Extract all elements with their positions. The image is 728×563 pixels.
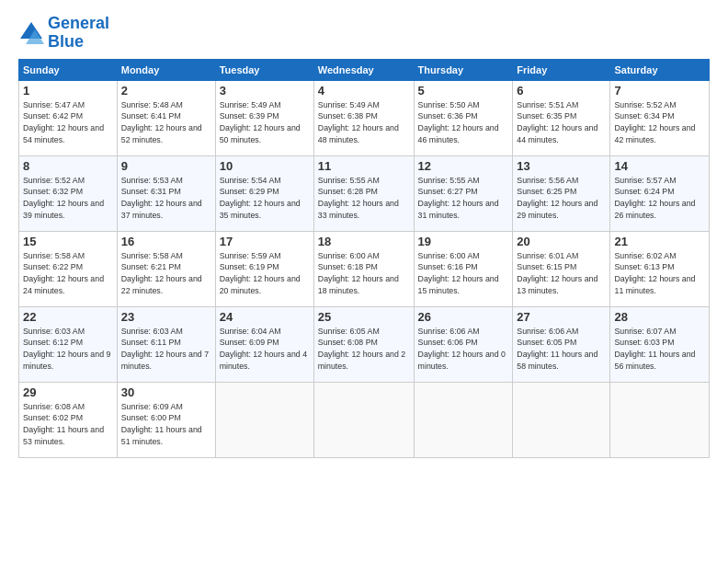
calendar-cell: 30 Sunrise: 6:09 AM Sunset: 6:00 PM Dayl…: [117, 382, 215, 457]
calendar-cell: 17 Sunrise: 5:59 AM Sunset: 6:19 PM Dayl…: [215, 231, 313, 306]
calendar-cell: 11 Sunrise: 5:55 AM Sunset: 6:28 PM Dayl…: [313, 155, 414, 231]
col-header-wednesday: Wednesday: [313, 59, 414, 80]
calendar-cell: 10 Sunrise: 5:54 AM Sunset: 6:29 PM Dayl…: [215, 155, 313, 231]
day-info: Sunrise: 5:59 AM Sunset: 6:19 PM Dayligh…: [220, 250, 310, 297]
calendar-cell: 28 Sunrise: 6:07 AM Sunset: 6:03 PM Dayl…: [610, 306, 710, 382]
day-number: 11: [318, 159, 410, 173]
day-info: Sunrise: 5:57 AM Sunset: 6:24 PM Dayligh…: [614, 175, 705, 222]
day-info: Sunrise: 5:48 AM Sunset: 6:41 PM Dayligh…: [121, 99, 211, 146]
day-info: Sunrise: 5:50 AM Sunset: 6:36 PM Dayligh…: [418, 99, 509, 146]
calendar-cell: 23 Sunrise: 6:03 AM Sunset: 6:11 PM Dayl…: [117, 306, 215, 382]
day-number: 1: [23, 84, 113, 98]
day-info: Sunrise: 5:49 AM Sunset: 6:39 PM Dayligh…: [220, 99, 310, 146]
day-info: Sunrise: 5:56 AM Sunset: 6:25 PM Dayligh…: [517, 175, 606, 222]
calendar-cell: 16 Sunrise: 5:58 AM Sunset: 6:21 PM Dayl…: [117, 231, 215, 306]
calendar-cell: 13 Sunrise: 5:56 AM Sunset: 6:25 PM Dayl…: [513, 155, 610, 231]
day-info: Sunrise: 6:03 AM Sunset: 6:11 PM Dayligh…: [121, 326, 211, 373]
week-row-3: 15 Sunrise: 5:58 AM Sunset: 6:22 PM Dayl…: [19, 231, 710, 306]
calendar-cell: 19 Sunrise: 6:00 AM Sunset: 6:16 PM Dayl…: [414, 231, 513, 306]
logo-text: General Blue: [48, 15, 109, 52]
calendar-cell: [513, 382, 610, 457]
day-number: 21: [614, 235, 705, 248]
day-number: 7: [614, 84, 705, 98]
calendar-cell: 5 Sunrise: 5:50 AM Sunset: 6:36 PM Dayli…: [414, 80, 513, 155]
day-number: 5: [418, 84, 509, 98]
calendar-cell: [610, 382, 710, 457]
day-info: Sunrise: 6:06 AM Sunset: 6:05 PM Dayligh…: [517, 326, 606, 373]
calendar-cell: 24 Sunrise: 6:04 AM Sunset: 6:09 PM Dayl…: [215, 306, 313, 382]
calendar-cell: [414, 382, 513, 457]
page: General Blue SundayMondayTuesdayWednesda…: [0, 0, 728, 563]
day-info: Sunrise: 6:00 AM Sunset: 6:18 PM Dayligh…: [318, 250, 410, 297]
calendar-cell: 22 Sunrise: 6:03 AM Sunset: 6:12 PM Dayl…: [19, 306, 118, 382]
day-info: Sunrise: 6:08 AM Sunset: 6:02 PM Dayligh…: [23, 401, 113, 448]
header-row: SundayMondayTuesdayWednesdayThursdayFrid…: [19, 59, 710, 80]
day-number: 6: [517, 84, 606, 98]
day-number: 23: [121, 310, 211, 324]
day-info: Sunrise: 5:51 AM Sunset: 6:35 PM Dayligh…: [517, 99, 606, 146]
col-header-saturday: Saturday: [610, 59, 710, 80]
calendar-cell: 26 Sunrise: 6:06 AM Sunset: 6:06 PM Dayl…: [414, 306, 513, 382]
day-info: Sunrise: 6:01 AM Sunset: 6:15 PM Dayligh…: [517, 250, 606, 297]
day-number: 14: [614, 159, 705, 173]
day-number: 27: [517, 310, 606, 324]
day-number: 12: [418, 159, 509, 173]
logo: General Blue: [18, 15, 109, 52]
day-info: Sunrise: 6:02 AM Sunset: 6:13 PM Dayligh…: [614, 250, 705, 297]
calendar-cell: 20 Sunrise: 6:01 AM Sunset: 6:15 PM Dayl…: [513, 231, 610, 306]
day-number: 10: [220, 159, 310, 173]
calendar-cell: 1 Sunrise: 5:47 AM Sunset: 6:42 PM Dayli…: [19, 80, 118, 155]
day-info: Sunrise: 5:47 AM Sunset: 6:42 PM Dayligh…: [23, 99, 113, 146]
day-info: Sunrise: 6:04 AM Sunset: 6:09 PM Dayligh…: [220, 326, 310, 373]
col-header-tuesday: Tuesday: [215, 59, 313, 80]
calendar-cell: 14 Sunrise: 5:57 AM Sunset: 6:24 PM Dayl…: [610, 155, 710, 231]
day-number: 17: [220, 235, 310, 248]
day-number: 13: [517, 159, 606, 173]
calendar-cell: 4 Sunrise: 5:49 AM Sunset: 6:38 PM Dayli…: [313, 80, 414, 155]
day-number: 9: [121, 159, 211, 173]
day-number: 28: [614, 310, 705, 324]
day-info: Sunrise: 6:09 AM Sunset: 6:00 PM Dayligh…: [121, 401, 211, 448]
day-number: 26: [418, 310, 509, 324]
calendar-body: 1 Sunrise: 5:47 AM Sunset: 6:42 PM Dayli…: [19, 80, 710, 457]
calendar-cell: 27 Sunrise: 6:06 AM Sunset: 6:05 PM Dayl…: [513, 306, 610, 382]
day-info: Sunrise: 6:00 AM Sunset: 6:16 PM Dayligh…: [418, 250, 509, 297]
day-info: Sunrise: 6:06 AM Sunset: 6:06 PM Dayligh…: [418, 326, 509, 373]
week-row-4: 22 Sunrise: 6:03 AM Sunset: 6:12 PM Dayl…: [19, 306, 710, 382]
day-info: Sunrise: 5:58 AM Sunset: 6:21 PM Dayligh…: [121, 250, 211, 297]
calendar-cell: 9 Sunrise: 5:53 AM Sunset: 6:31 PM Dayli…: [117, 155, 215, 231]
day-info: Sunrise: 6:07 AM Sunset: 6:03 PM Dayligh…: [614, 326, 705, 373]
calendar-cell: 7 Sunrise: 5:52 AM Sunset: 6:34 PM Dayli…: [610, 80, 710, 155]
day-number: 2: [121, 84, 211, 98]
day-number: 25: [318, 310, 410, 324]
calendar-cell: 25 Sunrise: 6:05 AM Sunset: 6:08 PM Dayl…: [313, 306, 414, 382]
col-header-monday: Monday: [117, 59, 215, 80]
day-number: 3: [220, 84, 310, 98]
day-number: 4: [318, 84, 410, 98]
day-number: 24: [220, 310, 310, 324]
day-info: Sunrise: 5:55 AM Sunset: 6:28 PM Dayligh…: [318, 175, 410, 222]
day-info: Sunrise: 6:03 AM Sunset: 6:12 PM Dayligh…: [23, 326, 113, 373]
day-number: 22: [23, 310, 113, 324]
calendar-cell: 8 Sunrise: 5:52 AM Sunset: 6:32 PM Dayli…: [19, 155, 118, 231]
logo-icon: [18, 20, 44, 46]
day-number: 18: [318, 235, 410, 248]
week-row-2: 8 Sunrise: 5:52 AM Sunset: 6:32 PM Dayli…: [19, 155, 710, 231]
calendar-cell: 3 Sunrise: 5:49 AM Sunset: 6:39 PM Dayli…: [215, 80, 313, 155]
header: General Blue: [18, 15, 710, 52]
day-info: Sunrise: 6:05 AM Sunset: 6:08 PM Dayligh…: [318, 326, 410, 373]
day-number: 29: [23, 385, 113, 399]
calendar-cell: 12 Sunrise: 5:55 AM Sunset: 6:27 PM Dayl…: [414, 155, 513, 231]
calendar-cell: 2 Sunrise: 5:48 AM Sunset: 6:41 PM Dayli…: [117, 80, 215, 155]
day-info: Sunrise: 5:52 AM Sunset: 6:32 PM Dayligh…: [23, 175, 113, 222]
calendar-table: SundayMondayTuesdayWednesdayThursdayFrid…: [18, 59, 710, 458]
calendar-cell: [215, 382, 313, 457]
day-info: Sunrise: 5:49 AM Sunset: 6:38 PM Dayligh…: [318, 99, 410, 146]
day-info: Sunrise: 5:53 AM Sunset: 6:31 PM Dayligh…: [121, 175, 211, 222]
day-number: 15: [23, 235, 113, 248]
week-row-1: 1 Sunrise: 5:47 AM Sunset: 6:42 PM Dayli…: [19, 80, 710, 155]
day-info: Sunrise: 5:52 AM Sunset: 6:34 PM Dayligh…: [614, 99, 705, 146]
day-info: Sunrise: 5:55 AM Sunset: 6:27 PM Dayligh…: [418, 175, 509, 222]
day-number: 30: [121, 385, 211, 399]
day-number: 20: [517, 235, 606, 248]
